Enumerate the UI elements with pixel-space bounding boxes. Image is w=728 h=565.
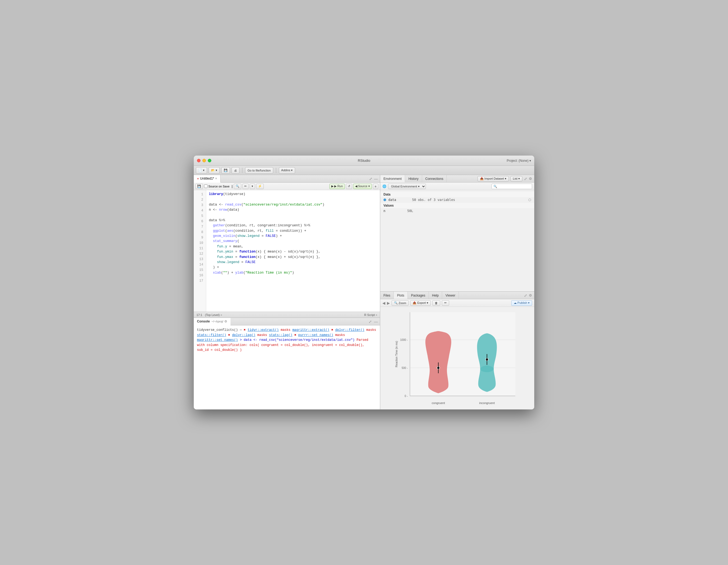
go-to-file-button[interactable]: Go to file/function bbox=[245, 167, 273, 174]
svg-text:1000 -: 1000 - bbox=[400, 338, 408, 341]
line-num-10: 10 bbox=[194, 241, 206, 246]
import-dataset-button[interactable]: 📥 Import Dataset ▾ bbox=[477, 176, 509, 182]
settings-plots-icon[interactable]: ⚙ bbox=[529, 293, 532, 297]
line-num-2: 2 bbox=[194, 197, 206, 203]
zoom-button[interactable]: 🔍 Zoom bbox=[392, 300, 409, 306]
env-data-row[interactable]: data 50 obs. of 3 variables ⬡ bbox=[380, 197, 534, 203]
list-label: List ▾ bbox=[513, 177, 520, 181]
go-to-file-label: Go to file/function bbox=[248, 169, 271, 172]
line-num-1: 1 bbox=[194, 192, 206, 197]
expand-console-icon[interactable]: ⤢ bbox=[369, 319, 372, 324]
tab-packages[interactable]: Packages bbox=[408, 292, 429, 299]
export-button[interactable]: 📤 Export ▾ bbox=[410, 300, 431, 306]
search-editor-button[interactable]: 🔍 bbox=[234, 184, 241, 189]
new-file-button[interactable]: 📄▾ bbox=[196, 167, 207, 174]
open-file-button[interactable]: 📂▾ bbox=[209, 167, 220, 174]
editor-tab-untitled1[interactable]: ● Untitled1* × bbox=[194, 175, 221, 183]
prev-plot-icon[interactable]: ◀ bbox=[382, 301, 385, 305]
svg-text:500 -: 500 - bbox=[402, 366, 408, 369]
data-var-name: data bbox=[388, 198, 410, 202]
addins-button[interactable]: Addins ▾ bbox=[279, 167, 295, 174]
data-expand-icon[interactable]: ⬡ bbox=[528, 198, 531, 202]
more-editor-button[interactable]: ▾ bbox=[250, 184, 255, 189]
next-plot-icon[interactable]: ▶ bbox=[387, 301, 390, 305]
import-icon: 📥 bbox=[480, 177, 484, 181]
close-button[interactable] bbox=[197, 159, 201, 162]
svg-text:congruent: congruent bbox=[432, 401, 445, 404]
env-search-input[interactable] bbox=[492, 184, 532, 189]
project-label: Project: (None) ▾ bbox=[507, 159, 531, 163]
minimize-editor-icon[interactable]: — bbox=[374, 177, 378, 181]
maximize-button[interactable] bbox=[208, 159, 211, 162]
editor-toolbar: 💾 Source on Save | 🔍 ✏ ▾ bbox=[194, 183, 380, 190]
project-selector[interactable]: Project: (None) ▾ bbox=[507, 159, 531, 163]
open-icon: 📂 bbox=[211, 169, 215, 172]
edit-editor-button[interactable]: ✏ bbox=[242, 184, 249, 189]
editor-pane: ● Untitled1* × ⤢ — 💾 bbox=[194, 175, 380, 317]
save-button[interactable]: 💾 bbox=[221, 167, 230, 174]
env-tab-history[interactable]: History bbox=[405, 175, 422, 182]
left-panel: ● Untitled1* × ⤢ — 💾 bbox=[194, 175, 380, 409]
tab-viewer[interactable]: Viewer bbox=[442, 292, 459, 299]
line-numbers: 1 2 3 4 5 6 7 8 9 10 11 12 13 14 bbox=[194, 190, 206, 312]
publish-button[interactable]: ☁ Publish ▾ bbox=[511, 300, 532, 306]
code-editor[interactable]: library(tidyverse) data <- read_csv("sci… bbox=[206, 190, 380, 312]
expand-env-icon[interactable]: ⤢ bbox=[524, 177, 527, 181]
plots-toolbar: ◀ ▶ 🔍 Zoom 📤 Export ▾ 🗑 ✏ bbox=[380, 299, 534, 307]
console-settings-icon[interactable]: ⚙ bbox=[224, 319, 227, 323]
env-toolbar: 🌐 Global Environment ▾ bbox=[380, 183, 534, 190]
zoom-icon: 🔍 bbox=[394, 301, 398, 304]
minimize-console-icon[interactable]: — bbox=[374, 319, 378, 324]
expand-plots-icon[interactable]: ⤢ bbox=[524, 293, 527, 297]
publish-label: Publish ▾ bbox=[517, 301, 530, 304]
console-output[interactable]: tidyverse_conflicts() — ✖ tidyr::extract… bbox=[194, 325, 380, 409]
tab-help[interactable]: Help bbox=[429, 292, 442, 299]
line-num-14: 14 bbox=[194, 262, 206, 268]
minimize-button[interactable] bbox=[202, 159, 206, 162]
tab-files[interactable]: Files bbox=[380, 292, 394, 299]
plots-area: 0 - 500 - 1000 - Reaction Time (in ms) bbox=[380, 307, 534, 409]
history-tab-label: History bbox=[408, 177, 418, 181]
console-tab[interactable]: Console ~/~/rproj/ ⚙ bbox=[194, 318, 231, 325]
env-tab-connections[interactable]: Connections bbox=[422, 175, 447, 182]
magic-button[interactable]: ⚡ bbox=[256, 184, 264, 189]
delete-plot-button[interactable]: 🗑 bbox=[432, 300, 440, 306]
print-button[interactable]: 🖨 bbox=[232, 167, 239, 174]
rstudio-window: RStudio Project: (None) ▾ 📄▾ 📂▾ 💾 🖨 Go t… bbox=[194, 156, 534, 409]
line-num-5: 5 bbox=[194, 213, 206, 219]
line-num-15: 15 bbox=[194, 268, 206, 273]
env-tab-environment[interactable]: Environment bbox=[380, 175, 405, 182]
rerun-button[interactable]: ↺ bbox=[346, 184, 352, 189]
save-editor-icon: 💾 bbox=[197, 185, 201, 188]
list-view-button[interactable]: List ▾ bbox=[510, 176, 522, 182]
svg-rect-1 bbox=[410, 312, 515, 396]
tab-plots[interactable]: Plots bbox=[394, 292, 408, 299]
line-num-16: 16 bbox=[194, 273, 206, 278]
addins-label: Addins ▾ bbox=[281, 169, 293, 172]
run-button[interactable]: ▶ ▶ Run bbox=[329, 184, 345, 189]
env-tab-label: Environment bbox=[383, 177, 402, 181]
line-num-4: 4 bbox=[194, 208, 206, 213]
expand-editor-icon[interactable]: ⤢ bbox=[369, 177, 372, 181]
editor-area[interactable]: 1 2 3 4 5 6 7 8 9 10 11 12 13 14 bbox=[194, 190, 380, 312]
source-on-save-checkbox[interactable] bbox=[204, 185, 208, 188]
wand-plot-button[interactable]: ✏ bbox=[442, 300, 449, 306]
n-var-value: 50L bbox=[407, 209, 531, 213]
print-icon: 🖨 bbox=[234, 169, 237, 172]
save-editor-button[interactable]: 💾 bbox=[195, 184, 203, 189]
wand-icon: ⚡ bbox=[258, 185, 262, 188]
source-button[interactable]: ◀ Source ▾ bbox=[353, 184, 372, 189]
settings-env-icon[interactable]: ⚙ bbox=[529, 177, 532, 181]
editor-tab-close[interactable]: × bbox=[215, 177, 217, 181]
env-breadcrumb-icon: 🌐 bbox=[382, 185, 386, 188]
more-source-button[interactable]: ≡ bbox=[373, 184, 378, 189]
run-label: ▶ Run bbox=[334, 185, 343, 188]
source-on-save-label[interactable]: Source on Save bbox=[204, 185, 229, 188]
global-env-selector[interactable]: Global Environment ▾ bbox=[388, 184, 426, 189]
more-icon: ▾ bbox=[252, 185, 253, 188]
env-n-row[interactable]: n 50L bbox=[380, 208, 534, 214]
publish-icon: ☁ bbox=[514, 301, 517, 304]
console-tab-label: Console bbox=[197, 319, 210, 323]
main-content: ● Untitled1* × ⤢ — 💾 bbox=[194, 175, 534, 409]
new-file-icon: 📄 bbox=[198, 169, 202, 172]
